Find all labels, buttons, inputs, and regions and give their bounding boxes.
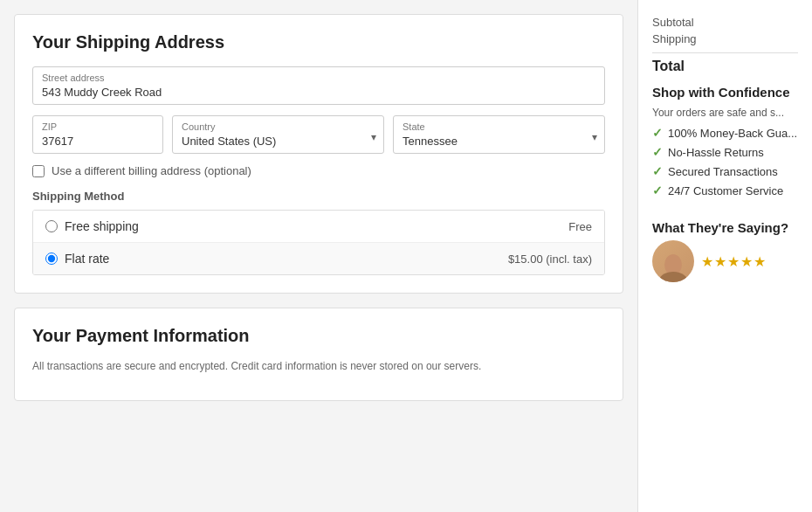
sidebar: Subtotal Shipping Total Shop with Confid… (637, 0, 812, 512)
free-shipping-price: Free (568, 220, 592, 233)
confidence-item-2: ✓ No-Hassle Returns (652, 145, 798, 159)
review-stars: ★★★★★ (701, 253, 767, 270)
shipping-title: Your Shipping Address (32, 32, 605, 52)
check-icon-3: ✓ (652, 164, 663, 178)
confidence-text-3: Secured Transactions (668, 165, 778, 178)
state-label: State (403, 121, 595, 132)
subtotal-label: Subtotal (652, 16, 694, 29)
state-group: State Tennessee (393, 115, 605, 154)
confidence-section: Shop with Confidence Your orders are saf… (652, 85, 798, 203)
billing-checkbox-label: Use a different billing address (optiona… (52, 164, 251, 177)
confidence-text-1: 100% Money-Back Gua... (668, 127, 797, 140)
flat-rate-label: Flat rate (65, 252, 109, 266)
zip-label: ZIP (42, 121, 154, 132)
payment-card: Your Payment Information All transaction… (14, 308, 623, 401)
payment-subtitle: All transactions are secure and encrypte… (32, 360, 605, 372)
svg-point-1 (657, 272, 689, 282)
country-group: Country United States (US) (172, 115, 384, 154)
avatar (652, 240, 694, 282)
check-icon-4: ✓ (652, 183, 663, 197)
billing-checkbox-row: Use a different billing address (optiona… (32, 164, 605, 177)
flat-rate-price: $15.00 (incl. tax) (508, 253, 592, 266)
street-address-wrapper: Street address (32, 66, 605, 105)
zip-wrapper: ZIP (32, 115, 163, 154)
state-wrapper: State Tennessee (393, 115, 605, 154)
street-address-group: Street address (32, 66, 605, 105)
reviews-section: What They're Saying? ★★★★★ (652, 213, 798, 282)
subtotal-row: Subtotal (652, 14, 798, 31)
shipping-label: Shipping (652, 32, 697, 45)
shipping-option-flat: Flat rate $15.00 (incl. tax) (33, 243, 604, 274)
shipping-option-free-left: Free shipping (45, 219, 139, 233)
free-shipping-label: Free shipping (65, 219, 139, 233)
order-summary: Subtotal Shipping Total (652, 14, 798, 74)
shipping-options-container: Free shipping Free Flat rate $15.00 (inc… (32, 210, 605, 275)
location-fields-row: ZIP Country United States (US) State (32, 115, 605, 154)
billing-checkbox[interactable] (32, 165, 45, 177)
street-input[interactable] (42, 86, 595, 99)
check-icon-1: ✓ (652, 126, 663, 140)
zip-input[interactable] (42, 135, 154, 148)
reviews-title: What They're Saying? (652, 220, 798, 235)
shipping-address-card: Your Shipping Address Street address ZIP (14, 14, 623, 294)
confidence-item-4: ✓ 24/7 Customer Service (652, 183, 798, 197)
country-label: Country (182, 121, 375, 132)
confidence-text-4: 24/7 Customer Service (668, 184, 783, 197)
summary-divider (652, 52, 798, 53)
confidence-text-2: No-Hassle Returns (668, 146, 764, 159)
confidence-item-3: ✓ Secured Transactions (652, 164, 798, 178)
confidence-subtitle: Your orders are safe and s... (652, 107, 798, 119)
country-wrapper: Country United States (US) (172, 115, 384, 154)
confidence-title: Shop with Confidence (652, 85, 798, 100)
state-select[interactable]: Tennessee (403, 135, 595, 148)
shipping-option-free: Free shipping Free (33, 211, 604, 243)
avatar-face (652, 240, 694, 282)
street-label: Street address (42, 73, 595, 83)
total-label: Total (652, 59, 798, 74)
shipping-method-label: Shipping Method (32, 190, 605, 203)
confidence-item-1: ✓ 100% Money-Back Gua... (652, 126, 798, 140)
shipping-row: Shipping (652, 31, 798, 47)
free-shipping-radio[interactable] (45, 220, 58, 232)
payment-title: Your Payment Information (32, 326, 605, 346)
flat-rate-radio[interactable] (45, 253, 58, 265)
zip-group: ZIP (32, 115, 163, 154)
country-select[interactable]: United States (US) (182, 135, 375, 148)
shipping-option-flat-left: Flat rate (45, 252, 109, 266)
check-icon-2: ✓ (652, 145, 663, 159)
